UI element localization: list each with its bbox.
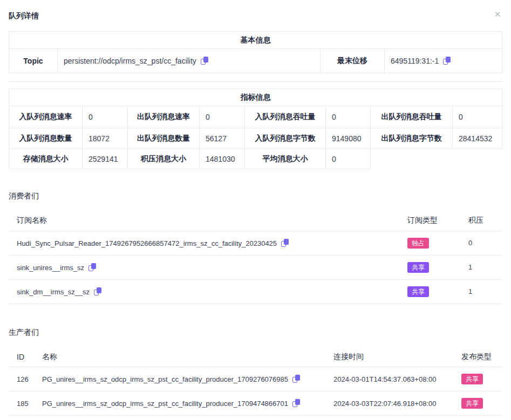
copy-icon[interactable] — [443, 57, 451, 65]
last-offset-value-cell: 6495119:31:-1 — [385, 49, 502, 73]
copy-icon[interactable] — [201, 57, 208, 65]
column-backlog: 积压 — [460, 211, 502, 231]
subscription-type-badge: 共享 — [407, 286, 429, 297]
producer-id: 185 — [9, 391, 42, 416]
publish-type-badge: 共享 — [461, 398, 483, 409]
producers-table: ID 名称 连接时间 发布类型 126 PG_unires__irms_sz_o… — [9, 347, 502, 416]
producers-section-title: 生产者们 — [9, 328, 502, 336]
producer-name: PG_unires__irms_sz_odcp_irms_sz_pst_cc_f… — [42, 375, 288, 383]
metric-label: 出队列消息速率 — [128, 106, 200, 128]
backlog-value: 1 — [460, 255, 502, 279]
topic-value: persistent://odcp/irms_sz_pst/cc_facilit… — [64, 57, 196, 65]
metric-label: 存储消息大小 — [9, 149, 83, 169]
copy-icon[interactable] — [292, 375, 300, 383]
basic-info-table: 基本信息 Topic persistent://odcp/irms_sz_pst… — [9, 31, 502, 73]
topic-value-cell: persistent://odcp/irms_sz_pst/cc_facilit… — [58, 49, 321, 73]
producer-row: 185 PG_unires__irms_sz_odcp_irms_sz_pst_… — [9, 391, 502, 416]
producer-name-cell: PG_unires__irms_sz_odcp_irms_sz_pst_cc_f… — [42, 391, 333, 416]
column-producer-name: 名称 — [42, 347, 333, 367]
column-producer-id: ID — [9, 347, 42, 367]
metric-label: 出队列消息字节数 — [371, 128, 453, 149]
column-publish-type: 发布类型 — [461, 347, 502, 367]
column-subscription-name: 订阅名称 — [9, 211, 399, 231]
subscription-name: sink_dm__irms_sz__sz — [17, 288, 90, 296]
consumer-row: sink_unires__irms_sz 共享 1 — [9, 255, 502, 279]
metric-value: 56127 — [200, 128, 245, 149]
subscription-type-cell: 共享 — [399, 255, 460, 279]
backlog-value: 1 — [460, 279, 502, 304]
consumers-table: 订阅名称 订阅类型 积压 Hudi_Sync_Pulsar_Reader_174… — [9, 211, 502, 304]
basic-info-section-title: 基本信息 — [9, 32, 502, 49]
queue-detail-dialog: 队列详情 × 基本信息 Topic persistent://odcp/irms… — [0, 0, 511, 416]
publish-type-badge: 共享 — [461, 374, 483, 384]
subscription-name-cell: sink_unires__irms_sz — [9, 255, 399, 279]
subscription-name-cell: Hudi_Sync_Pulsar_Reader_1749267952666857… — [9, 231, 399, 255]
metric-value: 0 — [326, 149, 371, 169]
column-connect-time: 连接时间 — [333, 347, 461, 367]
consumers-section-title: 消费者们 — [9, 191, 502, 200]
metric-value: 18072 — [83, 128, 128, 149]
subscription-type-badge: 共享 — [407, 262, 429, 273]
producer-row: 126 PG_unires__irms_sz_odcp_irms_sz_pst_… — [9, 367, 502, 391]
metric-value: 0 — [453, 106, 502, 128]
page-title: 队列详情 — [9, 11, 502, 20]
copy-icon[interactable] — [281, 239, 289, 247]
copy-icon[interactable] — [292, 399, 300, 407]
metric-label: 积压消息大小 — [128, 149, 200, 169]
metric-value: 0 — [326, 106, 371, 128]
metric-value: 1481030 — [200, 149, 245, 169]
publish-type-cell: 共享 — [461, 367, 502, 391]
subscription-name-cell: sink_dm__irms_sz__sz — [9, 279, 399, 304]
producer-id: 126 — [9, 367, 42, 391]
section-divider — [9, 81, 502, 82]
metric-value: 28414532 — [453, 128, 502, 149]
subscription-type-cell: 共享 — [399, 279, 460, 304]
subscription-type-cell: 独占 — [399, 231, 460, 255]
metric-label: 入队列消息数量 — [9, 128, 83, 149]
metric-value: 0 — [200, 106, 245, 128]
last-offset-value: 6495119:31:-1 — [391, 57, 439, 65]
subscription-name: Hudi_Sync_Pulsar_Reader_1749267952666857… — [17, 239, 277, 247]
metrics-table: 指标信息 入队列消息速率 0 出队列消息速率 0 入队列消息吞吐量 0 出队列消… — [9, 88, 502, 169]
metrics-empty-cell — [371, 149, 502, 169]
metric-value: 2529141 — [83, 149, 128, 169]
producer-name: PG_unires__irms_sz_odcp_irms_sz_pst_cc_f… — [42, 400, 288, 408]
consumer-row: Hudi_Sync_Pulsar_Reader_1749267952666857… — [9, 231, 502, 255]
consumer-row: sink_dm__irms_sz__sz 共享 1 — [9, 279, 502, 304]
producer-name-cell: PG_unires__irms_sz_odcp_irms_sz_pst_cc_f… — [42, 367, 333, 391]
metric-value: 9149080 — [326, 128, 371, 149]
metric-label: 入队列消息字节数 — [245, 128, 326, 149]
copy-icon[interactable] — [88, 263, 96, 271]
connect-time: 2024-03-03T22:07:46.918+08:00 — [333, 391, 461, 416]
metrics-section-title: 指标信息 — [9, 89, 502, 106]
subscription-name: sink_unires__irms_sz — [17, 264, 84, 272]
backlog-value: 0 — [460, 231, 502, 255]
metric-label: 平均消息大小 — [245, 149, 326, 169]
publish-type-cell: 共享 — [461, 391, 502, 416]
topic-label: Topic — [9, 49, 58, 73]
copy-icon[interactable] — [94, 287, 101, 295]
metric-label: 出队列消息数量 — [128, 128, 200, 149]
metric-value: 0 — [83, 106, 128, 128]
column-subscription-type: 订阅类型 — [399, 211, 460, 231]
subscription-type-badge: 独占 — [407, 238, 429, 249]
metric-label: 出队列消息吞吐量 — [371, 106, 453, 128]
connect-time: 2024-03-01T14:54:37.063+08:00 — [333, 367, 461, 391]
last-offset-label: 最末位移 — [321, 49, 385, 73]
metric-label: 入队列消息速率 — [9, 106, 83, 128]
metric-label: 入队列消息吞吐量 — [245, 106, 326, 128]
close-icon[interactable]: × — [492, 9, 503, 20]
